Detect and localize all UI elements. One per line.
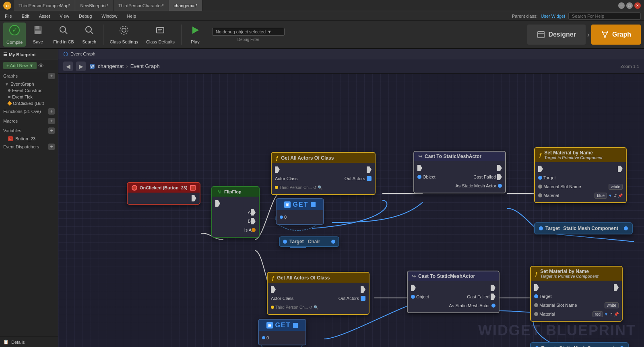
get-all-actors-bot-node[interactable]: ƒ Get All Actors Of Class Actor Class Ou… [267, 272, 369, 315]
tab-map[interactable]: ThirdPersonExampleMap* [14, 0, 75, 11]
event-graph-tab[interactable]: ⬡ Event Graph [58, 49, 644, 59]
add-function-button[interactable]: + [48, 108, 55, 115]
svg-line-10 [91, 31, 93, 34]
menu-window[interactable]: Window [100, 13, 119, 19]
forward-button[interactable]: ▶ [76, 62, 86, 71]
graph-button[interactable]: Graph [591, 25, 641, 45]
search-help-input[interactable] [568, 12, 641, 20]
menu-help[interactable]: Help [125, 13, 138, 19]
set-mat-bot-node[interactable]: ƒ Set Material by Name Target is Primiti… [530, 266, 623, 322]
array-icon: ⊞ [284, 201, 291, 208]
cast-failed-pin [497, 174, 502, 180]
panel-icon: ☰ [3, 52, 7, 57]
compile-icon: ✓ [9, 25, 20, 38]
menu-debug[interactable]: Debug [77, 13, 93, 19]
add-dispatcher-button[interactable]: + [48, 144, 55, 150]
svg-rect-13 [157, 27, 164, 33]
toolbar: ✓ Compile Save Find in CB Search Class S… [0, 21, 644, 49]
back-button[interactable]: ◀ [63, 62, 73, 71]
button-23-variable[interactable]: B Button_23 [0, 136, 58, 142]
get-node-bot[interactable]: ⊞ GET 0 [258, 319, 306, 345]
left-panel: ☰ My Blueprint + Add New▼ 👁 Graphs + ▼ E… [0, 49, 58, 347]
add-variable-button[interactable]: + [48, 127, 55, 134]
event-graph-parent[interactable]: ▼ EventGraph [0, 81, 58, 87]
event-dispatchers-header[interactable]: Event Dispatchers + [0, 142, 58, 152]
variables-section-header[interactable]: Variables + [0, 126, 58, 136]
flipflop-node[interactable]: ℕ FlipFlop A B Is A [211, 186, 260, 238]
divider-1 [103, 25, 103, 45]
add-graph-button[interactable]: + [48, 73, 55, 79]
tab-new-blueprint[interactable]: NewBlueprint* [75, 0, 114, 11]
compile-button[interactable]: ✓ Compile [3, 23, 26, 47]
graph-header: ◀ ▶ W changemat › Event Graph Zoom 1:1 [58, 59, 644, 74]
as-static-pin-top [498, 184, 502, 188]
designer-button[interactable]: Designer [527, 25, 585, 45]
graph-canvas[interactable]: OnClicked (Button_23) ℕ FlipFlop [58, 74, 644, 347]
my-blueprint-header: ☰ My Blueprint [0, 49, 58, 60]
target-chair-top-node[interactable]: Target Chair [279, 236, 339, 247]
cast-bot-node[interactable]: ↪ Cast To StaticMeshActor Object [407, 271, 500, 313]
search-button[interactable]: Search [79, 23, 100, 47]
debug-object-dropdown[interactable]: No debug object selected ▼ [212, 28, 285, 36]
add-macro-button[interactable]: + [48, 118, 55, 124]
out-actors-pin [367, 176, 372, 181]
cast-arrow-bot-icon: ↪ [412, 273, 416, 279]
find-in-cb-button[interactable]: Find in CB [50, 23, 77, 47]
play-button[interactable]: Play [185, 23, 206, 47]
on-clicked-item[interactable]: OnClicked (Butt [0, 100, 58, 107]
set-mat-top-node[interactable]: ƒ Set Material by Name Target is Primiti… [534, 147, 627, 203]
eye-button[interactable]: 👁 [38, 62, 44, 69]
setmat-exec-in [538, 166, 543, 172]
b-pin [251, 218, 256, 224]
static-mesh-comp-bot[interactable]: Target Static Mesh Component [530, 342, 629, 347]
svg-rect-17 [538, 31, 544, 38]
graphs-section-header[interactable]: Graphs + [0, 71, 58, 81]
menu-view[interactable]: View [58, 13, 71, 19]
functions-section-header[interactable]: Functions (31 Ove) + [0, 107, 58, 116]
static-mesh-comp-top[interactable]: Target Static Mesh Component [534, 222, 633, 234]
svg-line-8 [65, 31, 67, 34]
svg-line-24 [603, 32, 605, 37]
cast-exec-out [497, 165, 502, 171]
on-clicked-node[interactable]: OnClicked (Button_23) [127, 182, 200, 205]
node-close-icon[interactable] [190, 185, 196, 191]
svg-text:ℕ: ℕ [217, 190, 221, 194]
breadcrumb: W changemat › Event Graph [89, 63, 160, 70]
add-new-button[interactable]: + Add New▼ [3, 62, 37, 69]
smc-out-pin [624, 226, 628, 230]
event-tick-item[interactable]: Event Tick [0, 94, 58, 100]
event-pin [132, 185, 137, 191]
is-a-pin [252, 228, 256, 232]
maximize-button[interactable]: □ [626, 2, 633, 9]
minimize-button[interactable]: ─ [618, 2, 625, 9]
tab-changemat[interactable]: changemat* [169, 0, 203, 11]
menu-file[interactable]: File [3, 13, 14, 19]
target-in-pin [283, 240, 287, 244]
function-icon: ƒ [276, 155, 279, 161]
event-construc-item[interactable]: Event Construc [0, 87, 58, 94]
menu-edit[interactable]: Edit [20, 13, 31, 19]
get-all-actors-top-node[interactable]: ƒ Get All Actors Of Class Actor Class Ou… [271, 152, 376, 195]
setmat-func-icon-bot: ƒ [535, 271, 538, 277]
svg-point-7 [60, 27, 66, 32]
designer-graph-area: Designer › Graph [527, 21, 641, 48]
function-icon-bot: ƒ [272, 275, 275, 281]
get-node-top[interactable]: ⊞ GET 0 [276, 198, 324, 225]
cast-exec-in [417, 165, 422, 171]
close-button[interactable]: ✕ [634, 2, 641, 9]
cast-top-node[interactable]: ↪ Cast To StaticMeshActor Object [413, 151, 506, 193]
class-settings-icon [119, 25, 129, 38]
get-out-pin [311, 202, 316, 207]
save-button[interactable]: Save [27, 23, 48, 47]
menu-asset[interactable]: Asset [37, 13, 52, 19]
macros-section-header[interactable]: Macros + [0, 116, 58, 126]
class-settings-button[interactable]: Class Settings [107, 23, 141, 47]
exec-in-top [275, 166, 280, 173]
find-icon [58, 25, 69, 38]
titlebar: U ThirdPersonExampleMap* NewBlueprint* T… [0, 0, 644, 11]
tab-third-person[interactable]: ThirdPersonCharacter* [114, 0, 169, 11]
graph-icon [601, 31, 609, 39]
svg-text:U: U [6, 4, 9, 8]
class-defaults-button[interactable]: Class Defaults [143, 23, 178, 47]
svg-rect-5 [35, 26, 39, 29]
